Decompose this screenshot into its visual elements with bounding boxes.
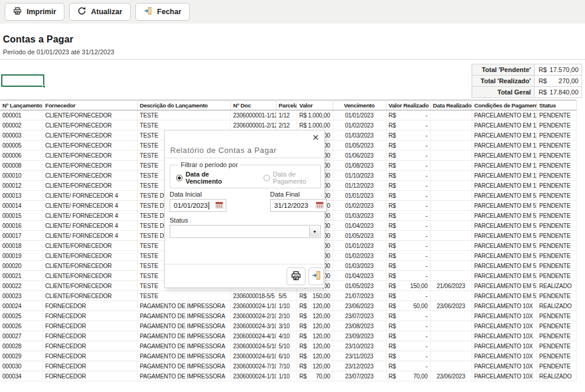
table-cell: R$- [386, 181, 430, 191]
table-cell: 23/08/2023 [333, 321, 386, 331]
table-cell [430, 291, 472, 301]
table-cell: 2306000018-5/5 [230, 291, 276, 301]
table-cell: 01/06/2023 [333, 151, 386, 161]
table-cell: 000034 [0, 371, 43, 381]
table-row[interactable]: 000002CLIENTE/FORNECEDORTESTE2306000001-… [0, 120, 576, 130]
table-cell: CLIENTE/FORNECEDOR [43, 110, 137, 120]
table-cell: R$- [386, 171, 430, 181]
refresh-button[interactable]: Atualizar [69, 3, 131, 21]
table-row[interactable]: 000026FORNECEDORPAGAMENTO DE IMPRESSORA2… [0, 321, 576, 331]
print-button[interactable]: Imprimir [5, 3, 64, 21]
calendar-icon[interactable] [316, 201, 324, 210]
table-row[interactable]: 000025FORNECEDORPAGAMENTO DE IMPRESSORA2… [0, 311, 576, 321]
table-cell: 2306000024-5/10 [230, 341, 276, 351]
period-filter-group: Filtrar o período por Data de Vencimento… [170, 161, 321, 188]
table-cell [430, 141, 472, 151]
refresh-icon [77, 6, 86, 17]
table-row[interactable]: 000027FORNECEDORPAGAMENTO DE IMPRESSORA2… [0, 331, 576, 341]
chevron-down-icon[interactable]: ▼ [309, 226, 320, 237]
close-icon[interactable]: ✕ [312, 133, 319, 142]
table-cell: R$120,00 [297, 351, 333, 361]
table-cell: CLIENTE/FORNECEDOR [43, 261, 137, 271]
table-cell: 2306000024-7/10 [230, 361, 276, 371]
table-cell: 3/10 [276, 321, 297, 331]
table-cell: PARCELAMENTO EM 5X [472, 291, 537, 301]
table-cell: 1/12 [276, 110, 297, 120]
table-cell: R$- [386, 321, 430, 331]
table-row[interactable]: 000028FORNECEDORPAGAMENTO DE IMPRESSORA2… [0, 341, 576, 351]
table-cell: 000025 [0, 311, 43, 321]
table-cell: PARCELAMENTO EM 12X [472, 161, 537, 171]
table-cell: PENDENTE [537, 251, 576, 261]
table-cell: FORNECEDOR [43, 341, 137, 351]
table-row[interactable]: 000029FORNECEDORPAGAMENTO DE IMPRESSORA2… [0, 351, 576, 361]
currency-symbol: R$ [538, 77, 547, 86]
table-cell: 1/10 [276, 371, 297, 381]
table-cell: 000002 [0, 120, 43, 130]
table-cell [430, 241, 472, 251]
table-cell: 01/12/2023 [333, 181, 386, 191]
table-cell: CLIENTE/ FORNECEDOR 4 [43, 231, 137, 241]
column-header: Fornecedor [43, 100, 137, 110]
table-cell: PAGAMENTO DE IMPRESSORA [137, 351, 230, 361]
table-cell [430, 130, 472, 141]
radio-data-vencimento[interactable] [176, 175, 183, 181]
table-cell: 1/10 [276, 301, 297, 311]
table-cell: 000014 [0, 201, 43, 211]
total-pendente-amount: 17.570,00 [550, 66, 578, 75]
table-cell: PARCELAMENTO EM 5X [472, 281, 537, 291]
table-cell [430, 211, 472, 221]
table-cell: 01/04/2023 [333, 271, 386, 281]
table-cell: PARCELAMENTO EM 5X [472, 211, 537, 221]
table-cell: CLIENTE/ FORNECEDOR 4 [43, 221, 137, 231]
table-cell: R$50,00 [386, 301, 430, 311]
table-cell: CLIENTE/FORNECEDOR [43, 241, 137, 251]
table-cell: 2306000024-1/10 [230, 371, 276, 381]
status-dropdown[interactable]: ▼ [170, 225, 321, 238]
date-start-value: 01/01/2023 [174, 202, 208, 209]
calendar-icon[interactable] [215, 201, 223, 210]
table-cell [430, 161, 472, 171]
table-cell: 23/12/2023 [333, 361, 386, 371]
table-cell [430, 341, 472, 351]
table-row[interactable]: 000023CLIENTE/FORNECEDORTESTE2306000018-… [0, 291, 576, 301]
currency-symbol: R$ [538, 66, 547, 75]
table-cell: CLIENTE/FORNECEDOR [43, 141, 137, 151]
selected-cell[interactable] [1, 74, 44, 87]
table-cell: PARCELAMENTO EM 5X [472, 221, 537, 231]
table-cell: 2/12 [276, 120, 297, 130]
table-cell: FORNECEDOR [43, 361, 137, 371]
total-geral-row: Total Geral R$ 17.840,00 [472, 87, 582, 98]
table-cell: R$- [386, 211, 430, 221]
date-end-label: Data Final [270, 191, 300, 198]
close-button[interactable]: Fechar [135, 3, 190, 21]
date-start-input[interactable]: 01/01/2023 [170, 199, 226, 212]
table-cell: CLIENTE/FORNECEDOR [43, 181, 137, 191]
table-cell [430, 191, 472, 201]
table-row[interactable]: 000001CLIENTE/FORNECEDORTESTE2306000001-… [0, 110, 576, 120]
table-cell: PARCELAMENTO 10X [472, 351, 537, 361]
table-cell: 2306000001-1/12 [230, 110, 276, 120]
table-cell [430, 361, 472, 371]
table-cell: 01/08/2023 [333, 161, 386, 171]
dialog-print-button[interactable] [287, 267, 306, 285]
table-cell: 4/10 [276, 331, 297, 341]
date-end-input[interactable]: 31/12/2023 [270, 199, 327, 212]
radio-data-pagamento[interactable] [264, 175, 270, 181]
table-row[interactable]: 000030FORNECEDORPAGAMENTO DE IMPRESSORA2… [0, 361, 576, 371]
table-row[interactable]: 000034FORNECEDORPAGAMENTO DE IMPRESSORA2… [0, 371, 576, 381]
dialog-exit-button[interactable] [308, 267, 324, 285]
table-row[interactable]: 000024FORNECEDORPAGAMENTO DE IMPRESSORA2… [0, 301, 576, 311]
table-cell: 000028 [0, 341, 43, 351]
printer-icon [13, 6, 22, 17]
table-cell: R$- [386, 161, 430, 171]
table-cell: R$70,00 [297, 371, 333, 381]
total-geral-amount: 17.840,00 [550, 89, 578, 97]
total-pendente-row: Total 'Pendente' R$ 17.570,00 [472, 64, 582, 76]
fill-handle[interactable] [43, 85, 46, 88]
table-cell: 6/10 [276, 351, 297, 361]
table-cell: R$150,00 [297, 291, 333, 301]
table-cell: PENDENTE [537, 341, 576, 351]
total-realizado-amount: 270,00 [558, 77, 578, 86]
table-cell: R$- [386, 351, 430, 361]
